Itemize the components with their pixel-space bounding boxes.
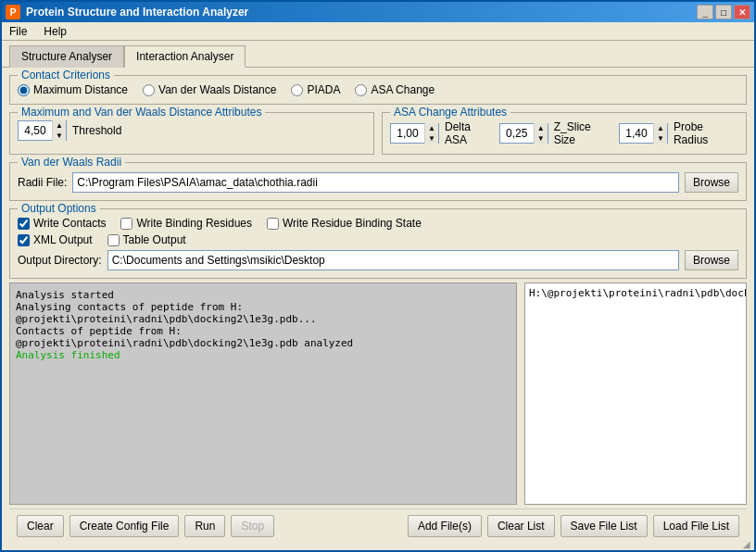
vdw-radii-title: Van der Waals Radii bbox=[18, 156, 125, 169]
radio-label-vdw-distance: Van der Waals Distance bbox=[158, 83, 276, 96]
contact-criterions-group: Contact Criterions Maximum Distance Van … bbox=[9, 75, 747, 105]
z-slice-down[interactable]: ▼ bbox=[535, 133, 548, 144]
radio-label-piada: PIADA bbox=[307, 83, 340, 96]
asa-attributes-title: ASA Change Attributes bbox=[390, 106, 510, 119]
max-vdw-group: Maximum and Van der Waals Distance Attri… bbox=[9, 112, 374, 155]
radio-label-asa-change: ASA Change bbox=[371, 83, 435, 96]
checkbox-xml-output-label: XML Output bbox=[33, 233, 93, 246]
probe-down[interactable]: ▼ bbox=[654, 133, 667, 144]
menu-help[interactable]: Help bbox=[40, 24, 70, 39]
checkbox-write-contacts[interactable]: Write Contacts bbox=[18, 217, 106, 230]
delta-asa-down[interactable]: ▼ bbox=[425, 133, 438, 144]
add-files-button[interactable]: Add File(s) bbox=[408, 515, 482, 537]
threshold-label: Threshold bbox=[72, 124, 121, 137]
checkbox-write-binding-residues-input[interactable] bbox=[120, 218, 132, 230]
checkbox-table-output[interactable]: Table Output bbox=[107, 233, 186, 246]
delta-asa-label: Delta ASA bbox=[445, 120, 494, 146]
log-line-3: Contacts of peptide from H: bbox=[16, 325, 510, 337]
radio-piada[interactable]: PIADA bbox=[291, 83, 340, 96]
checkbox-xml-output[interactable]: XML Output bbox=[18, 233, 93, 246]
max-vdw-title: Maximum and Van der Waals Distance Attri… bbox=[18, 106, 265, 119]
radio-asa-change[interactable]: ASA Change bbox=[355, 83, 435, 96]
tab-structure-analyser[interactable]: Structure Analyser bbox=[9, 45, 124, 68]
resize-handle: ◢ bbox=[743, 539, 754, 550]
output-checkboxes-row2: XML Output Table Output bbox=[18, 230, 738, 246]
probe-arrows: ▲ ▼ bbox=[653, 123, 667, 144]
file-list-box: H:\@projekti\proteini\radni\pdb\docking2… bbox=[524, 282, 747, 505]
run-button[interactable]: Run bbox=[184, 515, 225, 537]
probe-spinner[interactable]: ▲ ▼ bbox=[619, 123, 668, 144]
radio-vdw-distance[interactable]: Van der Waals Distance bbox=[143, 83, 276, 96]
probe-input[interactable] bbox=[620, 124, 653, 143]
log-line-2: @projekti\proteini\radni\pdb\docking2\1e… bbox=[16, 313, 510, 325]
contact-criterions-title: Contact Criterions bbox=[18, 69, 114, 82]
create-config-button[interactable]: Create Config File bbox=[69, 515, 180, 537]
probe-label: Probe Radius bbox=[674, 120, 738, 146]
asa-attributes-group: ASA Change Attributes ▲ ▼ Delta ASA ▲ bbox=[382, 112, 747, 155]
output-options-title: Output Options bbox=[18, 202, 100, 215]
threshold-value-input[interactable] bbox=[19, 121, 52, 140]
main-content: Contact Criterions Maximum Distance Van … bbox=[2, 67, 754, 550]
probe-up[interactable]: ▲ bbox=[654, 123, 667, 133]
contact-criterions-radios: Maximum Distance Van der Waals Distance … bbox=[18, 80, 738, 96]
menu-bar: File Help bbox=[2, 22, 754, 41]
z-slice-spinner[interactable]: ▲ ▼ bbox=[499, 123, 548, 144]
radio-input-maximum-distance[interactable] bbox=[18, 84, 30, 96]
log-line-5: Analysis finished bbox=[16, 349, 510, 361]
threshold-down-arrow[interactable]: ▼ bbox=[53, 131, 66, 141]
radii-file-input[interactable] bbox=[72, 172, 679, 193]
stop-button[interactable]: Stop bbox=[231, 515, 274, 537]
delta-asa-arrows: ▲ ▼ bbox=[424, 123, 438, 144]
clear-list-button[interactable]: Clear List bbox=[487, 515, 555, 537]
output-dir-label: Output Directory: bbox=[18, 254, 102, 267]
radii-row: Radii File: Browse bbox=[18, 167, 738, 193]
checkbox-write-binding-residues-label: Write Binding Residues bbox=[136, 217, 252, 230]
radio-input-vdw-distance[interactable] bbox=[143, 84, 155, 96]
log-line-0: Analysis started bbox=[16, 289, 510, 301]
menu-file[interactable]: File bbox=[6, 24, 31, 39]
output-dir-row: Output Directory: Browse bbox=[18, 246, 738, 270]
output-checkboxes-row1: Write Contacts Write Binding Residues Wr… bbox=[18, 213, 738, 230]
threshold-spinner[interactable]: ▲ ▼ bbox=[18, 120, 67, 141]
checkbox-table-output-label: Table Output bbox=[123, 233, 186, 246]
threshold-up-arrow[interactable]: ▲ bbox=[53, 120, 66, 131]
output-dir-input[interactable] bbox=[107, 250, 679, 270]
checkbox-write-contacts-input[interactable] bbox=[18, 218, 30, 230]
app-icon: P bbox=[6, 5, 20, 19]
z-slice-input[interactable] bbox=[500, 124, 534, 143]
radio-maximum-distance[interactable]: Maximum Distance bbox=[18, 83, 128, 96]
threshold-arrows: ▲ ▼ bbox=[52, 120, 66, 141]
maximize-button[interactable]: □ bbox=[715, 5, 732, 19]
checkbox-table-output-input[interactable] bbox=[107, 234, 120, 246]
checkbox-write-contacts-label: Write Contacts bbox=[33, 217, 106, 230]
minimize-button[interactable]: _ bbox=[697, 5, 713, 19]
threshold-row: ▲ ▼ Threshold bbox=[18, 117, 366, 141]
close-button[interactable]: ✕ bbox=[734, 5, 750, 19]
vdw-radii-group: Van der Waals Radii Radii File: Browse bbox=[9, 162, 747, 201]
z-slice-up[interactable]: ▲ bbox=[535, 123, 548, 133]
radii-browse-button[interactable]: Browse bbox=[685, 172, 738, 193]
z-slice-arrows: ▲ ▼ bbox=[534, 123, 548, 144]
main-window: P Protein Structure and Interaction Anal… bbox=[0, 0, 756, 552]
delta-asa-up[interactable]: ▲ bbox=[425, 123, 438, 133]
delta-asa-input[interactable] bbox=[391, 124, 424, 143]
log-line-1: Analysing contacts of peptide from H: bbox=[16, 301, 510, 313]
checkbox-write-binding-residues[interactable]: Write Binding Residues bbox=[120, 217, 252, 230]
bottom-bar-right: Add File(s) Clear List Save File List Lo… bbox=[408, 515, 739, 537]
z-slice-label: Z_Slice Size bbox=[554, 120, 613, 146]
tab-interaction-analyser[interactable]: Interaction Analyser bbox=[124, 45, 246, 68]
radio-input-piada[interactable] bbox=[291, 84, 303, 96]
radii-file-label: Radii File: bbox=[18, 176, 67, 189]
save-file-list-button[interactable]: Save File List bbox=[561, 515, 648, 537]
checkbox-write-residue-binding-state[interactable]: Write Residue Binding State bbox=[267, 217, 422, 230]
checkbox-write-residue-binding-state-label: Write Residue Binding State bbox=[283, 217, 422, 230]
title-bar: P Protein Structure and Interaction Anal… bbox=[2, 2, 754, 22]
delta-asa-spinner[interactable]: ▲ ▼ bbox=[390, 123, 439, 144]
radio-input-asa-change[interactable] bbox=[355, 84, 367, 96]
checkbox-write-residue-binding-state-input[interactable] bbox=[267, 218, 279, 230]
analysis-area: Analysis started Analysing contacts of p… bbox=[9, 282, 747, 505]
clear-left-button[interactable]: Clear bbox=[17, 515, 64, 537]
load-file-list-button[interactable]: Load File List bbox=[653, 515, 739, 537]
output-dir-browse-button[interactable]: Browse bbox=[685, 250, 738, 270]
checkbox-xml-output-input[interactable] bbox=[18, 234, 30, 246]
